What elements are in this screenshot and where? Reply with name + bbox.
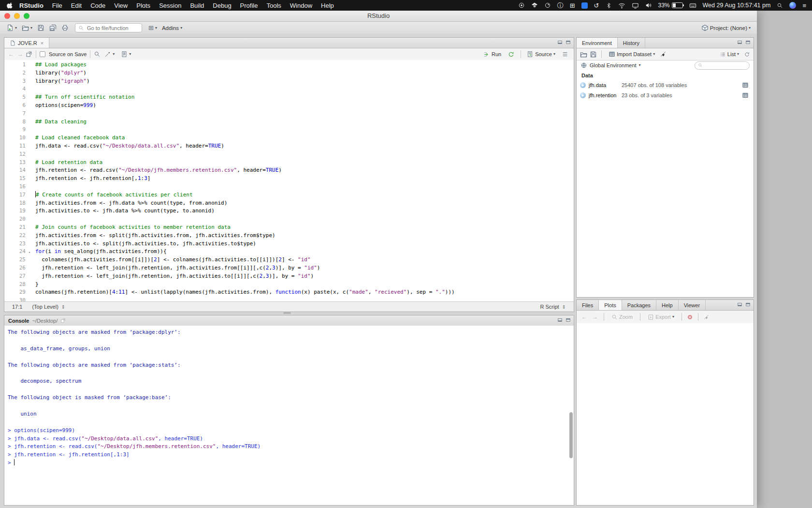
expand-object-icon[interactable]: ▶ [580,92,586,98]
screen-record-icon[interactable] [518,2,525,9]
code-line[interactable] [35,215,571,224]
menu-session[interactable]: Session [155,2,186,9]
source-on-save-checkbox[interactable] [40,51,45,57]
project-selector[interactable]: Project: (None)▾ [699,24,753,31]
line-number[interactable]: 7 [4,110,31,118]
object-name[interactable]: jfh.data [589,82,619,88]
code-line[interactable]: colnames(jfh.retention)[4:11] <- unlist(… [35,288,571,297]
menu-code[interactable]: Code [86,2,110,9]
code-line[interactable]: jfh.retention <- jfh.retention[,1:3] [35,175,571,183]
source-button[interactable]: Source▾ [524,51,558,58]
line-number[interactable]: 5 [4,93,31,102]
line-number[interactable]: 19 [4,207,31,215]
tab-packages[interactable]: Packages [622,300,656,310]
line-number[interactable]: 29 [4,288,31,297]
code-line[interactable] [35,110,571,118]
open-in-new-window-icon[interactable] [26,51,32,58]
code-line[interactable]: # Create counts of facebook activities p… [35,191,571,199]
file-type-selector[interactable]: R Script [540,304,559,310]
code-line[interactable]: jfh.activities.from <- jfh.data %>% coun… [35,199,571,208]
expand-object-icon[interactable]: ▶ [580,82,586,88]
code-line[interactable]: jfh.activities.from <- split(jfh.activit… [35,232,571,240]
scope-selector[interactable]: (Top Level) [32,304,58,310]
code-line[interactable]: jfh.retention <- read.csv("~/Desktop/jfh… [35,166,571,175]
list-view-selector[interactable]: List ▾ [717,51,741,58]
code-line[interactable] [35,85,571,93]
save-button[interactable] [35,24,47,31]
line-number[interactable]: 1 [4,61,31,69]
environment-scope-selector[interactable]: Global Environment [590,62,637,68]
rerun-button[interactable] [505,51,517,58]
pane-layout-button[interactable]: ⊞▾ [146,24,160,31]
code-line[interactable]: colnames(jfh.activities.from[[i]])[2] <-… [35,256,571,264]
find-replace-icon[interactable] [94,51,101,58]
spotlight-icon[interactable] [777,2,783,9]
line-number[interactable]: 24▾ [4,248,31,256]
siri-icon[interactable] [789,2,796,9]
menu-view[interactable]: View [110,2,132,9]
code-line[interactable]: # Join counts of facebook activities to … [35,224,571,232]
tab-jove-r[interactable]: JOVE.R × [4,38,49,48]
tab-plots[interactable]: Plots [599,300,622,310]
console-scrollbar[interactable] [569,412,573,458]
menu-build[interactable]: Build [186,2,208,9]
menubar-clock[interactable]: Wed 29 Aug 10:57:41 pm [703,2,771,9]
tab-files[interactable]: Files [577,300,599,310]
code-line[interactable]: library("dplyr") [35,69,571,77]
view-data-icon[interactable] [742,82,749,89]
document-outline-button[interactable] [559,51,571,58]
menu-window[interactable]: Window [286,2,317,9]
pane-maximize-icon[interactable] [566,40,571,45]
view-data-icon[interactable] [742,92,749,99]
volume-icon[interactable] [645,2,652,9]
pane-minimize-icon[interactable] [557,40,563,45]
code-line[interactable]: } [35,281,571,289]
code-editor[interactable]: 123456789101112131415161718192021222324▾… [4,60,574,302]
refresh-icon[interactable] [744,51,750,58]
menu-help[interactable]: Help [317,2,338,9]
pane-maximize-icon[interactable] [745,40,751,45]
object-name[interactable]: jfh.retention [589,92,619,98]
back-icon[interactable]: ← [7,51,15,58]
line-number[interactable]: 17 [4,191,31,199]
open-in-new-window-icon[interactable] [60,318,66,323]
open-file-button[interactable]: ▾ [19,24,35,31]
code-line[interactable] [35,183,571,191]
addins-button[interactable]: Addins▾ [160,25,185,31]
compile-report-button[interactable]: ▾ [118,51,133,58]
input-source-icon[interactable] [689,2,696,9]
next-plot-icon[interactable]: → [591,314,599,320]
code-line[interactable]: # Load cleaned facebook data [35,134,571,142]
zoom-plot-button[interactable]: Zoom [609,314,635,320]
code-line[interactable]: jfh.activities.to <- jfh.data %>% count(… [35,207,571,215]
line-number[interactable]: 20 [4,215,31,224]
line-number[interactable]: 22 [4,232,31,240]
console-title[interactable]: Console [8,318,29,324]
time-machine-icon[interactable]: ↺ [594,2,599,9]
pane-minimize-icon[interactable] [737,40,742,45]
line-number[interactable]: 16 [4,183,31,191]
line-number[interactable]: 25 [4,256,31,264]
code-tools-button[interactable]: ▾ [102,51,117,58]
line-number[interactable]: 4 [4,85,31,93]
clear-objects-broom-icon[interactable] [660,51,667,58]
line-number[interactable]: 14 [4,166,31,175]
tab-environment[interactable]: Environment [577,38,618,48]
new-file-button[interactable]: ▾ [4,24,19,31]
code-line[interactable]: jfh.retention <- left_join(jfh.retention… [35,264,571,272]
close-tab-icon[interactable]: × [41,40,44,46]
code-line[interactable]: library("igraph") [35,77,571,86]
line-number[interactable]: 21 [4,224,31,232]
tab-history[interactable]: History [618,38,645,48]
environment-search-input[interactable] [704,62,743,69]
code-line[interactable]: jfh.retention <- left_join(jfh.retention… [35,272,571,281]
forward-icon[interactable]: → [16,51,24,58]
line-number[interactable]: 11 [4,142,31,150]
code-line[interactable] [35,150,571,159]
file-type-stepper-icon[interactable]: ⇕ [562,304,566,310]
menu-tools[interactable]: Tools [262,2,285,9]
console-output[interactable]: The following objects are masked from ‘p… [4,326,574,505]
environment-search-box[interactable] [695,61,750,70]
bluetooth-icon[interactable] [606,2,612,9]
line-number[interactable]: 10 [4,134,31,142]
